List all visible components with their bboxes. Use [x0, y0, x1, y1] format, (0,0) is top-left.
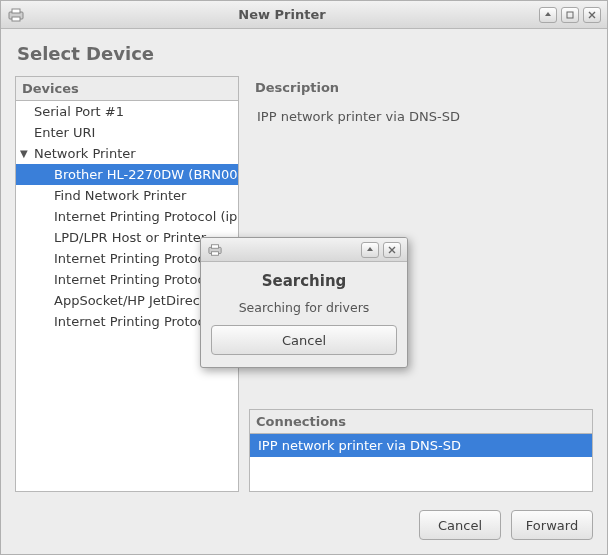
device-group-network[interactable]: ▼ Network Printer — [16, 143, 238, 164]
svg-rect-6 — [212, 251, 219, 255]
dialog-cancel-button[interactable]: Cancel — [211, 325, 397, 355]
connections-box: Connections IPP network printer via DNS-… — [249, 409, 593, 492]
svg-rect-1 — [12, 9, 20, 13]
page-heading: Select Device — [17, 43, 593, 64]
svg-rect-5 — [212, 244, 219, 248]
window-controls — [539, 7, 601, 23]
svg-rect-3 — [567, 12, 573, 18]
window-maximize-button[interactable] — [561, 7, 579, 23]
dialog-move-up-button[interactable] — [361, 242, 379, 258]
device-enter-uri[interactable]: Enter URI — [16, 122, 238, 143]
device-serial-port[interactable]: Serial Port #1 — [16, 101, 238, 122]
window-close-button[interactable] — [583, 7, 601, 23]
dialog-titlebar — [201, 238, 407, 262]
device-ipp-1[interactable]: Internet Printing Protocol (ipp — [16, 206, 238, 227]
connections-empty-area — [250, 457, 592, 491]
description-label: Description — [249, 76, 593, 99]
dialog-body: Searching Searching for drivers Cancel — [201, 262, 407, 367]
device-brother-hl2270dw[interactable]: Brother HL-2270DW (BRN001 — [16, 164, 238, 185]
dialog-message: Searching for drivers — [239, 300, 370, 315]
cancel-button[interactable]: Cancel — [419, 510, 501, 540]
window-move-up-button[interactable] — [539, 7, 557, 23]
device-find-network-printer[interactable]: Find Network Printer — [16, 185, 238, 206]
window-title: New Printer — [31, 7, 533, 22]
chevron-down-icon: ▼ — [20, 148, 30, 159]
svg-rect-2 — [12, 17, 20, 21]
device-group-network-label: Network Printer — [34, 146, 136, 161]
connection-ipp-dnssd[interactable]: IPP network printer via DNS-SD — [250, 434, 592, 457]
forward-button[interactable]: Forward — [511, 510, 593, 540]
dialog-heading: Searching — [262, 272, 347, 290]
dialog-footer: Cancel Forward — [15, 492, 593, 540]
dialog-window-controls — [361, 242, 401, 258]
connections-label: Connections — [250, 410, 592, 434]
description-text: IPP network printer via DNS-SD — [249, 107, 593, 126]
window-titlebar: New Printer — [1, 1, 607, 29]
dialog-close-button[interactable] — [383, 242, 401, 258]
printer-icon — [207, 243, 223, 257]
printer-icon — [7, 7, 25, 23]
searching-dialog: Searching Searching for drivers Cancel — [200, 237, 408, 368]
devices-label: Devices — [15, 76, 239, 100]
